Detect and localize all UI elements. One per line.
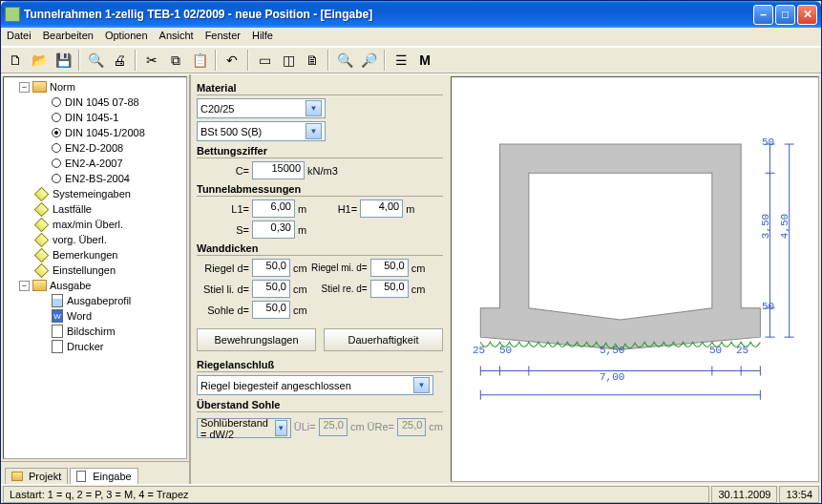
copy-icon[interactable]: ⧉ [165,50,186,71]
tree-maxmin[interactable]: max/min Überl. [53,219,123,230]
h1-input[interactable]: 4,00 [360,200,403,218]
tree-bildschirm[interactable]: Bildschirm [67,326,116,337]
tab-projekt[interactable]: Projekt [5,468,68,484]
s-label: S= [197,224,249,236]
tree-ausgabeprofil[interactable]: Ausgabeprofil [67,295,131,306]
radio-icon[interactable] [52,143,61,153]
print-icon[interactable]: 🖨 [109,50,130,71]
menu-fenster[interactable]: Fenster [205,30,241,44]
dim-br1: 50 [709,345,722,356]
h1-label: H1= [309,203,357,215]
tree-einstellungen[interactable]: Einstellungen [53,264,116,276]
chevron-down-icon: ▼ [306,123,322,139]
dim-inner-w: 5,50 [600,345,624,356]
folder-icon [32,280,47,291]
status-left: Lastart: 1 = q, 2 = P, 3 = M, 4 = Trapez [3,486,709,503]
status-date: 30.11.2009 [711,486,777,503]
menu-datei[interactable]: Datei [7,30,32,44]
maximize-button[interactable]: □ [775,5,795,25]
dim-inner-h: 3,50 [760,214,771,239]
list-icon [52,294,63,307]
radio-icon[interactable] [52,158,61,168]
chevron-down-icon: ▼ [275,420,287,436]
palette-icon[interactable]: ☰ [390,50,411,71]
tree-drucker[interactable]: Drucker [67,341,104,352]
new-icon[interactable]: 🗋 [5,50,26,71]
tree-norm-item[interactable]: EN2-D-2008 [6,140,184,156]
window2-icon[interactable]: ◫ [278,50,299,71]
sohle-input[interactable]: 50,0 [252,301,290,319]
tree-norm-item[interactable]: DIN 1045-1 [6,110,184,125]
menu-ansicht[interactable]: Ansicht [159,30,194,44]
paste-icon[interactable]: 📋 [189,50,210,71]
window1-icon[interactable]: ▭ [254,50,275,71]
stielli-input[interactable]: 50,0 [252,280,290,298]
zoom-in-icon[interactable]: 🔍 [334,50,355,71]
tree-ausgabe[interactable]: Ausgabe [50,280,91,291]
printer-icon [52,340,63,353]
bettung-input[interactable]: 15000 [252,161,305,179]
menu-hilfe[interactable]: Hilfe [252,30,273,44]
radio-icon[interactable] [52,113,61,122]
bewehrungslagen-button[interactable]: Bewehrungslagen [197,328,316,351]
radio-icon[interactable] [52,174,61,183]
collapse-icon[interactable]: − [19,82,30,93]
radio-icon[interactable] [52,128,61,137]
l1-label: L1= [197,203,249,215]
tree-vorg[interactable]: vorg. Überl. [53,234,107,245]
menubar: Datei Bearbeiten Optionen Ansicht Fenste… [1,28,821,47]
preview-icon[interactable]: 🔍 [85,50,106,71]
tree-systemeingaben[interactable]: Systemeingaben [53,188,131,200]
s-input[interactable]: 0,30 [252,220,295,239]
zoom-out-icon[interactable]: 🔎 [358,50,379,71]
riegelanschluss-select[interactable]: Riegel biegesteif angeschlossen▼ [197,375,433,395]
stielre-input[interactable]: 50,0 [370,280,409,298]
tree-norm-item[interactable]: EN2-A-2007 [6,156,184,171]
dim-bot-thick: 50 [762,301,774,312]
chevron-down-icon: ▼ [413,377,430,393]
folder-icon [32,81,47,93]
cut-icon[interactable]: ✂ [141,50,162,71]
riegel-input[interactable]: 50,0 [252,259,290,277]
menu-bearbeiten[interactable]: Bearbeiten [43,30,94,44]
minimize-button[interactable]: – [753,5,773,25]
close-button[interactable]: ✕ [797,5,817,25]
dim-br2: 25 [736,345,748,356]
window-title: Tunnelrahmen 1-zellig TEB-1 02/2009 - ne… [24,8,753,21]
l1-input[interactable]: 6,00 [252,200,295,218]
dim-bl2: 50 [499,345,512,356]
ueberstand-select[interactable]: Sohlüberstand = dW/2▼ [197,418,291,438]
dauerhaftigkeit-button[interactable]: Dauerhaftigkeit [324,328,443,351]
tab-eingabe[interactable]: Eingabe [70,468,137,484]
material-steel-select[interactable]: BSt 500 S(B)▼ [197,121,326,141]
tree-norm[interactable]: Norm [50,81,75,93]
toolbar: 🗋 📂 💾 🔍 🖨 ✂ ⧉ 📋 ↶ ▭ ◫ 🗎 🔍 🔎 ☰ M [1,47,821,74]
dim-outer-w: 7,00 [600,371,624,383]
collapse-icon[interactable]: − [19,281,30,291]
riegel-label: Riegel d= [197,262,249,274]
tree-item-label: EN2-BS-2004 [65,173,130,184]
material-concrete-select[interactable]: C20/25▼ [197,98,326,118]
tree-bemerkungen[interactable]: Bemerkungen [53,249,118,261]
save-icon[interactable]: 💾 [53,50,74,71]
wand-heading: Wanddicken [197,242,443,256]
m-icon[interactable]: M [414,50,435,71]
statusbar: Lastart: 1 = q, 2 = P, 3 = M, 4 = Trapez… [1,484,821,503]
menu-optionen[interactable]: Optionen [105,30,148,44]
word-icon: W [52,309,63,323]
nav-tree[interactable]: −Norm DIN 1045 07-88DIN 1045-1DIN 1045-1… [3,76,187,459]
tree-word[interactable]: Word [67,310,92,322]
doc-icon[interactable]: 🗎 [302,50,323,71]
tree-lastfaelle[interactable]: Lastfälle [53,203,92,215]
open-icon[interactable]: 📂 [29,50,50,71]
radio-icon[interactable] [52,97,61,107]
diamond-icon [34,247,50,262]
stielli-label: Stiel li. d= [197,284,249,295]
riegelmi-label: Riegel mi. d= [310,262,368,273]
chevron-down-icon: ▼ [306,100,322,116]
riegelmi-input[interactable]: 50,0 [370,259,409,277]
tree-norm-item[interactable]: DIN 1045 07-88 [6,94,184,110]
undo-icon[interactable]: ↶ [221,50,242,71]
tree-norm-item[interactable]: DIN 1045-1/2008 [6,125,184,140]
tree-norm-item[interactable]: EN2-BS-2004 [6,171,184,186]
